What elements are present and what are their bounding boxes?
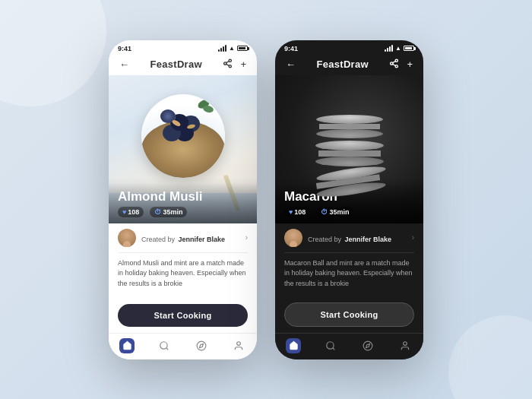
author-avatar-light [118,229,136,247]
svg-point-12 [396,65,398,67]
stats-row-light: ♥ 108 ⏱ 35min [118,207,248,217]
author-info-dark: Created by Jennifer Blake [308,231,391,245]
time-icon-dark: ⏱ [321,208,328,216]
description-light: Almond Musli and mint are a match made i… [118,258,248,298]
svg-line-4 [226,61,230,62]
time-stat-light: ⏱ 35min [150,207,187,217]
svg-point-19 [403,341,407,345]
recipe-title-light: Almond Musli [118,189,248,204]
svg-point-2 [230,65,232,67]
author-avatar-dark [284,229,302,247]
svg-line-16 [333,347,335,350]
svg-line-13 [393,64,396,65]
profile-icon-light [231,338,246,353]
signal-bar-d3 [389,46,391,52]
bottom-nav-search-dark[interactable] [323,338,338,353]
signal-bar-2 [220,48,222,52]
add-icon-light[interactable]: + [240,59,246,70]
back-button-light[interactable]: ← [119,59,129,70]
svg-line-14 [393,61,396,62]
app-title-dark: FeastDraw [316,59,368,70]
svg-marker-18 [366,344,369,347]
compass-icon-dark [360,338,375,353]
nav-icons-light: + [223,59,246,71]
bottom-nav-home-light[interactable] [119,338,135,353]
nav-icons-dark: + [389,59,413,71]
content-light: Created by Jennifer Blake › Almond Musli… [109,223,257,333]
likes-stat-dark: ♥ 108 [284,207,310,217]
author-info-light: Created by Jennifer Blake [141,231,225,245]
author-name-light: Jennifer Blake [178,236,225,243]
svg-point-9 [236,341,240,345]
home-icon-light [119,338,135,353]
time-icon-light: ⏱ [154,208,161,216]
share-icon-light[interactable] [223,59,233,71]
battery-icon-dark [404,46,414,51]
likes-count-light: 108 [128,208,139,216]
cta-button-dark[interactable]: Start Cooking [284,302,414,327]
wifi-icon-dark: ▲ [395,45,401,52]
signal-bar-1 [218,49,220,52]
signal-bar-d4 [391,45,393,52]
bottom-nav-home-dark[interactable] [286,338,301,353]
svg-line-6 [166,347,169,350]
author-name-dark: Jennifer Blake [344,236,391,243]
svg-point-7 [197,341,206,350]
signal-bars-light [218,45,226,52]
content-dark: Created by Jennifer Blake › Macaron Ball… [275,223,423,333]
signal-bar-d2 [387,48,388,52]
signal-bar-4 [225,45,226,52]
hero-image-dark: Macaron ♥ 108 ⏱ 35min [275,75,423,223]
description-dark: Macaron Ball and mint are a match made i… [284,258,414,296]
author-prefix-dark: Created by [308,236,341,243]
likes-stat-light: ♥ 108 [118,207,144,217]
bottom-nav-compass-light[interactable] [194,338,209,353]
nav-bar-light: ← FeastDraw + [109,55,257,75]
compass-icon-light [194,338,209,353]
time-dark: 9:41 [284,45,298,52]
author-row-light: Created by Jennifer Blake › [118,223,248,253]
bottom-nav-compass-dark[interactable] [360,338,375,353]
author-chevron-dark[interactable]: › [412,233,414,242]
bottom-nav-search-light[interactable] [157,338,172,353]
home-icon-dark [286,338,301,353]
stats-row-dark: ♥ 108 ⏱ 35min [284,207,414,217]
time-value-light: 35min [163,208,182,216]
svg-point-11 [391,62,393,64]
time-value-dark: 35min [329,208,349,216]
back-button-dark[interactable]: ← [286,59,296,70]
app-title-light: FeastDraw [150,59,201,70]
signal-bar-3 [223,46,224,52]
author-row-dark: Created by Jennifer Blake › [284,223,414,253]
bottom-nav-profile-light[interactable] [231,338,246,353]
svg-point-0 [230,59,232,62]
status-bar-light: 9:41 ▲ [109,40,257,55]
author-left-dark: Created by Jennifer Blake [284,229,391,247]
svg-point-17 [363,341,372,350]
wifi-icon-light: ▲ [229,45,235,52]
svg-line-3 [226,64,230,65]
svg-point-10 [396,59,398,62]
time-light: 9:41 [118,45,131,52]
search-icon-dark [323,338,338,353]
food-bowl-visual: Almond Musli ♥ 108 ⏱ 35min [109,75,257,223]
bottom-nav-dark [275,333,423,359]
svg-point-5 [160,341,167,348]
cta-button-light[interactable]: Start Cooking [118,304,248,327]
likes-count-dark: 108 [294,208,306,216]
status-icons-dark: ▲ [385,45,414,52]
profile-icon-dark [397,338,413,353]
recipe-overlay-light: Almond Musli ♥ 108 ⏱ 35min [109,183,257,223]
phone-dark: 9:41 ▲ ← FeastDraw [275,40,423,359]
status-bar-dark: 9:41 ▲ [275,40,423,55]
battery-icon-light [237,46,248,51]
nav-bar-dark: ← FeastDraw + [275,55,423,75]
share-icon-dark[interactable] [389,59,399,71]
svg-point-15 [327,341,334,348]
food-macarons-visual: Macaron ♥ 108 ⏱ 35min [275,75,423,223]
bottom-nav-profile-dark[interactable] [397,338,413,353]
author-chevron-light[interactable]: › [245,233,248,242]
author-prefix-light: Created by [141,236,175,243]
heart-icon-dark: ♥ [289,208,293,216]
add-icon-dark[interactable]: + [407,59,413,70]
